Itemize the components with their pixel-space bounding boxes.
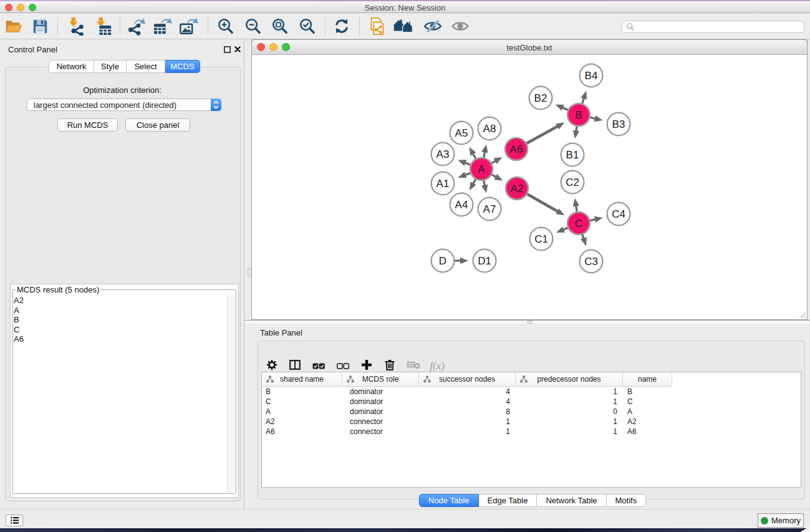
node-label-B1: B1 [566, 149, 579, 161]
mcds-result-list[interactable]: A2ABCA6 [14, 296, 24, 344]
close-panel-icon[interactable] [234, 46, 241, 53]
table-row[interactable]: Bdominator41B [262, 387, 801, 397]
cell[interactable]: B [262, 387, 342, 396]
network-list-button[interactable] [6, 515, 23, 526]
edge-A2-C[interactable] [526, 193, 559, 212]
cell[interactable]: connector [342, 417, 419, 426]
network-canvas[interactable]: B4B2BB3A8A5A6A3B1AC2A1A2A4A7C4CC1DD1C3 [252, 56, 807, 319]
cell[interactable]: C [262, 397, 342, 406]
show-selected-button[interactable] [449, 16, 471, 37]
tab-node-table[interactable]: Node Table [419, 494, 479, 507]
resize-grip-icon[interactable] [798, 311, 806, 319]
save-session-button[interactable] [29, 16, 51, 37]
result-item[interactable]: A [14, 306, 24, 316]
table-row[interactable]: Adominator80A [262, 407, 801, 417]
export-network-button[interactable] [126, 16, 148, 37]
cell[interactable]: A2 [262, 417, 342, 426]
clone-network-button[interactable] [365, 16, 388, 37]
cell[interactable]: 8 [419, 407, 516, 416]
cell[interactable]: 1 [516, 427, 623, 436]
export-image-button[interactable] [178, 16, 200, 37]
column-header-predecessor-nodes[interactable]: predecessor nodes [516, 372, 623, 386]
window-titlebar[interactable]: Session: New Session [0, 1, 810, 13]
search-input[interactable] [635, 22, 804, 32]
export-network-icon [127, 17, 147, 36]
table-tabs: Node TableEdge TableNetwork TableMotifs [419, 494, 646, 507]
memory-button[interactable]: Memory [758, 513, 804, 528]
tab-network[interactable]: Network [49, 60, 94, 73]
cell[interactable]: 0 [516, 407, 623, 416]
float-panel-icon[interactable] [223, 46, 231, 53]
cell[interactable]: dominator [342, 407, 419, 416]
function-builder-button[interactable]: f(x) [430, 360, 445, 372]
cell[interactable]: A [262, 407, 342, 416]
search-box[interactable] [622, 21, 804, 33]
show-column-button[interactable] [289, 360, 301, 372]
cell[interactable]: A2 [623, 417, 672, 426]
zoom-fit-button[interactable] [268, 16, 291, 37]
node-label-B2: B2 [534, 92, 547, 104]
result-item[interactable]: A6 [14, 334, 24, 344]
tab-select[interactable]: Select [127, 60, 165, 73]
cell[interactable]: A6 [262, 427, 342, 436]
cell[interactable]: C [623, 397, 672, 406]
criterion-dropdown[interactable]: largest connected component (directed) [27, 99, 221, 111]
refresh-button[interactable] [330, 16, 353, 37]
add-row-button[interactable] [361, 359, 372, 373]
cell[interactable]: connector [342, 427, 419, 436]
cell[interactable]: 4 [419, 387, 516, 396]
arrowhead [556, 226, 565, 233]
tree-icon [266, 375, 274, 383]
cell[interactable]: A [623, 407, 672, 416]
cell[interactable]: 1 [516, 397, 623, 406]
column-header-name[interactable]: name [623, 372, 672, 386]
tab-edge-table[interactable]: Edge Table [479, 494, 538, 507]
show-all-networks-button[interactable] [392, 16, 415, 37]
cell[interactable]: B [623, 387, 672, 396]
zoom-selected-button[interactable] [296, 16, 318, 37]
result-item[interactable]: A2 [14, 296, 24, 306]
network-window-titlebar[interactable]: testGlobe.txt [252, 40, 807, 55]
window-resize-corner [800, 526, 810, 532]
cell[interactable]: 1 [516, 417, 623, 426]
table-row[interactable]: A2connector11A2 [262, 417, 801, 427]
hide-selected-button[interactable] [422, 16, 444, 37]
table-row[interactable]: A6connector11A6 [262, 427, 801, 437]
column-header-successor-nodes[interactable]: successor nodes [419, 372, 516, 386]
column-header-shared-name[interactable]: shared name [262, 372, 342, 386]
cell[interactable]: A6 [623, 427, 672, 436]
cell[interactable]: dominator [342, 387, 419, 396]
tab-network-table[interactable]: Network Table [537, 494, 606, 507]
cell[interactable]: 1 [419, 417, 516, 426]
import-network-button[interactable] [64, 16, 87, 37]
cell[interactable]: dominator [342, 397, 419, 406]
tab-mcds[interactable]: MCDS [165, 60, 200, 73]
table-panel-title: Table Panel [260, 328, 302, 337]
select-all-button[interactable] [312, 360, 325, 372]
tab-style[interactable]: Style [94, 60, 127, 73]
zoom-out-button[interactable] [241, 16, 264, 37]
tab-motifs[interactable]: Motifs [607, 494, 647, 507]
cell[interactable]: 4 [419, 397, 516, 406]
run-mcds-button[interactable]: Run MCDS [57, 118, 118, 132]
result-scrollbar[interactable] [227, 295, 235, 493]
search-icon [626, 22, 635, 31]
column-header-MCDS-role[interactable]: MCDS role [342, 372, 419, 386]
deselect-all-button[interactable] [337, 360, 349, 372]
node-label-B3: B3 [612, 118, 625, 130]
refresh-icon [333, 17, 350, 35]
zoom-in-button[interactable] [214, 16, 236, 37]
delete-table-button[interactable] [407, 360, 420, 372]
cell[interactable]: 1 [516, 387, 623, 396]
result-item[interactable]: B [14, 315, 24, 325]
result-item[interactable]: C [14, 325, 24, 335]
toolbar-separator [57, 18, 58, 35]
import-table-button[interactable] [92, 16, 114, 37]
cell[interactable]: 1 [419, 427, 516, 436]
close-panel-button[interactable]: Close panel [125, 118, 190, 132]
export-table-button[interactable] [152, 16, 174, 37]
edge-A6-B[interactable] [526, 125, 559, 143]
table-row[interactable]: Cdominator41C [262, 397, 801, 407]
open-session-button[interactable] [2, 16, 24, 37]
node-label-B: B [575, 109, 582, 121]
